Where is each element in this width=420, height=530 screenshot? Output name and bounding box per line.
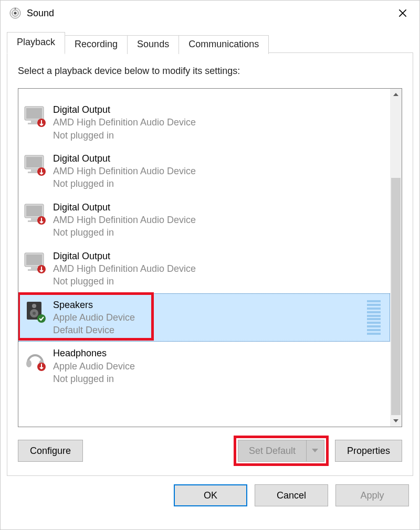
configure-button[interactable]: Configure: [18, 440, 83, 462]
svg-point-29: [26, 360, 32, 367]
monitor-icon: [23, 250, 48, 275]
annotation-highlight: Set Default: [234, 436, 329, 466]
svg-rect-21: [31, 267, 37, 269]
tab-sounds[interactable]: Sounds: [127, 35, 179, 54]
playback-panel: Select a playback device below to modify…: [7, 52, 413, 476]
scroll-down-button[interactable]: [390, 415, 402, 427]
sound-app-icon: [9, 7, 22, 19]
tab-communications[interactable]: Communications: [178, 35, 269, 54]
device-desc: AMD High Definition Audio Device: [53, 116, 196, 129]
sound-dialog: Sound Playback Recording Sounds Communic…: [0, 0, 420, 530]
device-name: Digital Output: [53, 201, 196, 214]
cancel-button[interactable]: Cancel: [255, 484, 328, 506]
device-status: Not plugged in: [53, 275, 196, 288]
instruction-text: Select a playback device below to modify…: [18, 66, 402, 77]
device-status: Not plugged in: [53, 226, 196, 239]
list-item[interactable]: Digital Output AMD High Definition Audio…: [18, 196, 390, 245]
device-text: Digital Output AMD High Definition Audio…: [53, 201, 196, 239]
device-name: Digital Output: [53, 103, 196, 116]
set-default-dropdown[interactable]: [306, 440, 324, 461]
panel-button-row: Configure Set Default Properties: [18, 436, 402, 466]
set-default-label: Set Default: [238, 440, 306, 461]
tab-container: Playback Recording Sounds Communications…: [1, 26, 419, 476]
svg-rect-20: [26, 255, 42, 265]
titlebar: Sound: [1, 1, 419, 26]
device-status: Not plugged in: [53, 129, 196, 142]
list-item[interactable]: Digital Output AMD High Definition Audio…: [18, 245, 390, 293]
device-status: Default Device: [53, 324, 135, 336]
svg-rect-6: [31, 121, 37, 123]
svg-point-28: [37, 314, 46, 323]
monitor-icon: [23, 152, 48, 177]
window-title: Sound: [27, 8, 388, 19]
list-item-selected[interactable]: Speakers Apple Audio Device Default Devi…: [18, 293, 390, 342]
svg-rect-15: [26, 206, 42, 216]
svg-rect-3: [15, 8, 15, 9]
device-text: Speakers Apple Audio Device Default Devi…: [53, 299, 135, 337]
device-text: Headphones Apple Audio Device Not plugge…: [53, 347, 135, 385]
device-list[interactable]: Digital Output AMD High Definition Audio…: [18, 89, 390, 427]
list-item[interactable]: Digital Output AMD High Definition Audio…: [18, 98, 390, 147]
svg-point-25: [32, 304, 36, 308]
device-name: Headphones: [53, 347, 135, 359]
svg-rect-16: [31, 218, 37, 220]
speaker-icon: [23, 299, 48, 324]
list-item[interactable]: Digital Output AMD High Definition Audio…: [18, 147, 390, 196]
svg-rect-11: [31, 169, 37, 172]
svg-point-2: [14, 12, 17, 15]
scroll-up-button[interactable]: [390, 89, 402, 100]
device-list-container: Digital Output AMD High Definition Audio…: [18, 88, 402, 427]
device-text: Digital Output AMD High Definition Audio…: [53, 250, 196, 288]
dialog-footer: OK Cancel Apply: [1, 476, 419, 517]
svg-rect-10: [26, 157, 42, 167]
device-desc: AMD High Definition Audio Device: [53, 262, 196, 275]
device-desc: Apple Audio Device: [53, 311, 135, 324]
device-status: Not plugged in: [53, 373, 135, 385]
ok-button[interactable]: OK: [174, 484, 247, 506]
device-status: Not plugged in: [53, 177, 196, 190]
list-item[interactable]: Headphones Apple Audio Device Not plugge…: [18, 342, 390, 390]
device-text: Digital Output AMD High Definition Audio…: [53, 152, 196, 190]
device-name: Digital Output: [53, 152, 196, 165]
device-desc: AMD High Definition Audio Device: [53, 214, 196, 226]
device-text: Digital Output AMD High Definition Audio…: [53, 103, 196, 142]
monitor-icon: [23, 103, 48, 129]
close-button[interactable]: [388, 1, 417, 26]
tab-playback[interactable]: Playback: [7, 32, 65, 54]
apply-button[interactable]: Apply: [335, 484, 409, 506]
tab-recording[interactable]: Recording: [65, 35, 128, 54]
scroll-track[interactable]: [390, 100, 402, 415]
tab-row: Playback Recording Sounds Communications: [7, 32, 413, 53]
monitor-icon: [23, 201, 48, 226]
device-desc: AMD High Definition Audio Device: [53, 165, 196, 177]
volume-meter: [367, 300, 381, 335]
device-desc: Apple Audio Device: [53, 360, 135, 373]
headphones-icon: [23, 347, 48, 372]
svg-rect-5: [26, 108, 42, 119]
device-name: Speakers: [53, 299, 135, 311]
properties-button[interactable]: Properties: [335, 440, 402, 462]
scroll-thumb[interactable]: [391, 178, 401, 415]
svg-point-27: [33, 312, 36, 315]
set-default-button[interactable]: Set Default: [238, 440, 324, 462]
list-item[interactable]: [18, 89, 390, 98]
device-name: Digital Output: [53, 250, 196, 262]
scrollbar[interactable]: [390, 89, 402, 427]
